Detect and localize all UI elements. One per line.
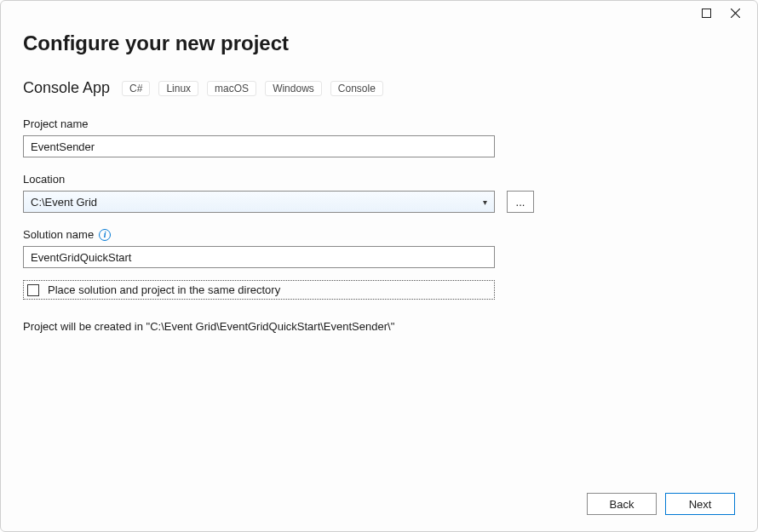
location-value: C:\Event Grid: [31, 196, 97, 209]
project-name-label: Project name: [23, 117, 735, 130]
back-button[interactable]: Back: [587, 493, 657, 515]
field-location: Location C:\Event Grid ▾ ...: [23, 173, 735, 213]
location-combobox[interactable]: C:\Event Grid ▾: [23, 191, 495, 213]
info-icon[interactable]: i: [99, 229, 111, 241]
chevron-down-icon: ▾: [483, 197, 487, 207]
solution-name-label: Solution name: [23, 228, 94, 241]
browse-label: ...: [516, 196, 525, 209]
close-button[interactable]: [728, 6, 742, 20]
path-note: Project will be created in "C:\Event Gri…: [23, 320, 735, 333]
solution-name-input[interactable]: [23, 246, 495, 268]
tag: C#: [122, 81, 150, 96]
next-button[interactable]: Next: [665, 493, 735, 515]
template-tags: C# Linux macOS Windows Console: [122, 81, 383, 96]
dialog-configure-new-project: Configure your new project Console App C…: [0, 0, 758, 532]
field-solution-name: Solution name i: [23, 228, 735, 268]
template-name: Console App: [23, 79, 110, 97]
template-row: Console App C# Linux macOS Windows Conso…: [23, 79, 735, 97]
field-project-name: Project name: [23, 117, 735, 157]
tag: Console: [330, 81, 383, 96]
location-label: Location: [23, 173, 735, 186]
same-directory-label: Place solution and project in the same d…: [48, 283, 280, 296]
tag: Linux: [158, 81, 198, 96]
tag: macOS: [207, 81, 256, 96]
titlebar: [1, 1, 757, 25]
same-directory-checkbox[interactable]: [27, 284, 39, 296]
project-name-input[interactable]: [23, 135, 495, 157]
dialog-content: Configure your new project Console App C…: [1, 25, 757, 477]
same-directory-checkbox-row[interactable]: Place solution and project in the same d…: [23, 280, 495, 300]
dialog-footer: Back Next: [1, 477, 757, 531]
tag: Windows: [265, 81, 322, 96]
page-title: Configure your new project: [23, 31, 735, 55]
svg-rect-0: [702, 9, 710, 17]
maximize-button[interactable]: [699, 6, 713, 20]
browse-button[interactable]: ...: [507, 191, 534, 213]
